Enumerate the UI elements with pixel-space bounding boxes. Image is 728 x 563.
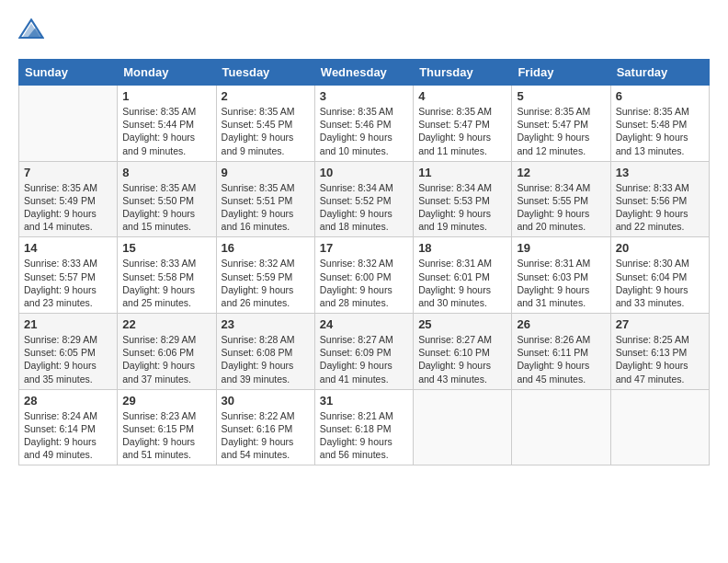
cell-info: Sunrise: 8:29 AM Sunset: 6:06 PM Dayligh… (122, 333, 210, 385)
cell-info: Sunrise: 8:28 AM Sunset: 6:08 PM Dayligh… (222, 333, 310, 385)
page-header (18, 18, 710, 44)
calendar-cell: 16Sunrise: 8:32 AM Sunset: 5:59 PM Dayli… (216, 237, 314, 314)
calendar-cell: 23Sunrise: 8:28 AM Sunset: 6:08 PM Dayli… (216, 314, 314, 390)
calendar-cell: 5Sunrise: 8:35 AM Sunset: 5:47 PM Daylig… (512, 86, 610, 162)
cell-info: Sunrise: 8:30 AM Sunset: 6:04 PM Dayligh… (616, 257, 704, 309)
day-number: 2 (222, 89, 310, 103)
cell-info: Sunrise: 8:35 AM Sunset: 5:47 PM Dayligh… (418, 105, 506, 157)
cell-info: Sunrise: 8:35 AM Sunset: 5:44 PM Dayligh… (122, 105, 210, 157)
cell-info: Sunrise: 8:25 AM Sunset: 6:13 PM Dayligh… (616, 333, 704, 385)
day-number: 29 (122, 394, 210, 408)
day-number: 20 (616, 241, 704, 255)
calendar-week-2: 7Sunrise: 8:35 AM Sunset: 5:49 PM Daylig… (19, 161, 710, 237)
calendar-cell: 17Sunrise: 8:32 AM Sunset: 6:00 PM Dayli… (314, 237, 413, 314)
day-number: 25 (418, 317, 506, 331)
day-header-tuesday: Tuesday (216, 60, 314, 86)
cell-info: Sunrise: 8:35 AM Sunset: 5:50 PM Dayligh… (122, 181, 210, 234)
calendar-cell: 20Sunrise: 8:30 AM Sunset: 6:04 PM Dayli… (610, 237, 709, 314)
cell-info: Sunrise: 8:33 AM Sunset: 5:56 PM Dayligh… (616, 181, 704, 234)
cell-info: Sunrise: 8:32 AM Sunset: 5:59 PM Dayligh… (222, 257, 310, 309)
cell-info: Sunrise: 8:27 AM Sunset: 6:10 PM Dayligh… (418, 333, 506, 385)
calendar-cell: 4Sunrise: 8:35 AM Sunset: 5:47 PM Daylig… (414, 86, 512, 162)
calendar-cell: 28Sunrise: 8:24 AM Sunset: 6:14 PM Dayli… (19, 389, 118, 465)
calendar-week-5: 28Sunrise: 8:24 AM Sunset: 6:14 PM Dayli… (19, 389, 710, 465)
cell-info: Sunrise: 8:26 AM Sunset: 6:11 PM Dayligh… (517, 333, 605, 385)
cell-info: Sunrise: 8:32 AM Sunset: 6:00 PM Dayligh… (320, 257, 408, 309)
calendar-cell: 19Sunrise: 8:31 AM Sunset: 6:03 PM Dayli… (512, 237, 610, 314)
calendar-cell: 22Sunrise: 8:29 AM Sunset: 6:06 PM Dayli… (118, 314, 216, 390)
cell-info: Sunrise: 8:33 AM Sunset: 5:57 PM Dayligh… (24, 257, 112, 309)
calendar-cell: 31Sunrise: 8:21 AM Sunset: 6:18 PM Dayli… (314, 389, 413, 465)
cell-info: Sunrise: 8:31 AM Sunset: 6:03 PM Dayligh… (517, 257, 605, 309)
day-header-sunday: Sunday (19, 60, 118, 86)
day-header-wednesday: Wednesday (314, 60, 413, 86)
cell-info: Sunrise: 8:35 AM Sunset: 5:45 PM Dayligh… (222, 105, 310, 157)
calendar-cell: 13Sunrise: 8:33 AM Sunset: 5:56 PM Dayli… (610, 161, 709, 237)
cell-info: Sunrise: 8:35 AM Sunset: 5:49 PM Dayligh… (24, 181, 112, 234)
calendar-cell: 2Sunrise: 8:35 AM Sunset: 5:45 PM Daylig… (216, 86, 314, 162)
calendar-cell: 21Sunrise: 8:29 AM Sunset: 6:05 PM Dayli… (19, 314, 118, 390)
cell-info: Sunrise: 8:35 AM Sunset: 5:46 PM Dayligh… (320, 105, 408, 157)
day-number: 5 (517, 89, 605, 103)
calendar-cell: 10Sunrise: 8:34 AM Sunset: 5:52 PM Dayli… (314, 161, 413, 237)
calendar-cell: 14Sunrise: 8:33 AM Sunset: 5:57 PM Dayli… (19, 237, 118, 314)
cell-info: Sunrise: 8:24 AM Sunset: 6:14 PM Dayligh… (24, 409, 112, 462)
calendar-cell: 3Sunrise: 8:35 AM Sunset: 5:46 PM Daylig… (314, 86, 413, 162)
cell-info: Sunrise: 8:31 AM Sunset: 6:01 PM Dayligh… (418, 257, 506, 309)
calendar-cell: 7Sunrise: 8:35 AM Sunset: 5:49 PM Daylig… (19, 161, 118, 237)
calendar-week-3: 14Sunrise: 8:33 AM Sunset: 5:57 PM Dayli… (19, 237, 710, 314)
calendar-cell: 6Sunrise: 8:35 AM Sunset: 5:48 PM Daylig… (610, 86, 709, 162)
day-number: 23 (222, 317, 310, 331)
day-number: 9 (222, 166, 310, 179)
calendar-cell: 29Sunrise: 8:23 AM Sunset: 6:15 PM Dayli… (118, 389, 216, 465)
calendar-cell: 1Sunrise: 8:35 AM Sunset: 5:44 PM Daylig… (118, 86, 216, 162)
calendar-cell: 24Sunrise: 8:27 AM Sunset: 6:09 PM Dayli… (314, 314, 413, 390)
day-number: 16 (222, 241, 310, 255)
day-number: 19 (517, 241, 605, 255)
calendar-cell: 25Sunrise: 8:27 AM Sunset: 6:10 PM Dayli… (414, 314, 512, 390)
calendar-cell (512, 389, 610, 465)
cell-info: Sunrise: 8:34 AM Sunset: 5:53 PM Dayligh… (418, 181, 506, 234)
day-number: 27 (616, 317, 704, 331)
header-row: SundayMondayTuesdayWednesdayThursdayFrid… (19, 60, 710, 86)
calendar-table: SundayMondayTuesdayWednesdayThursdayFrid… (18, 59, 710, 465)
day-number: 12 (517, 166, 605, 179)
cell-info: Sunrise: 8:22 AM Sunset: 6:16 PM Dayligh… (222, 409, 310, 462)
day-number: 22 (122, 317, 210, 331)
day-number: 7 (24, 166, 112, 179)
day-number: 15 (122, 241, 210, 255)
day-number: 8 (122, 166, 210, 179)
calendar-week-1: 1Sunrise: 8:35 AM Sunset: 5:44 PM Daylig… (19, 86, 710, 162)
day-number: 10 (320, 166, 408, 179)
calendar-cell: 26Sunrise: 8:26 AM Sunset: 6:11 PM Dayli… (512, 314, 610, 390)
day-number: 31 (320, 394, 408, 408)
calendar-cell: 12Sunrise: 8:34 AM Sunset: 5:55 PM Dayli… (512, 161, 610, 237)
day-number: 21 (24, 317, 112, 331)
cell-info: Sunrise: 8:35 AM Sunset: 5:51 PM Dayligh… (222, 181, 310, 234)
cell-info: Sunrise: 8:21 AM Sunset: 6:18 PM Dayligh… (320, 409, 408, 462)
day-number: 11 (418, 166, 506, 179)
cell-info: Sunrise: 8:23 AM Sunset: 6:15 PM Dayligh… (122, 409, 210, 462)
cell-info: Sunrise: 8:34 AM Sunset: 5:55 PM Dayligh… (517, 181, 605, 234)
cell-info: Sunrise: 8:33 AM Sunset: 5:58 PM Dayligh… (122, 257, 210, 309)
calendar-header: SundayMondayTuesdayWednesdayThursdayFrid… (19, 60, 710, 86)
logo (18, 18, 48, 44)
day-number: 30 (222, 394, 310, 408)
calendar-cell (610, 389, 709, 465)
day-number: 26 (517, 317, 605, 331)
day-number: 24 (320, 317, 408, 331)
day-header-friday: Friday (512, 60, 610, 86)
cell-info: Sunrise: 8:29 AM Sunset: 6:05 PM Dayligh… (24, 333, 112, 385)
calendar-body: 1Sunrise: 8:35 AM Sunset: 5:44 PM Daylig… (19, 86, 710, 465)
calendar-week-4: 21Sunrise: 8:29 AM Sunset: 6:05 PM Dayli… (19, 314, 710, 390)
day-number: 14 (24, 241, 112, 255)
day-header-thursday: Thursday (414, 60, 512, 86)
day-header-saturday: Saturday (610, 60, 709, 86)
logo-icon (18, 18, 44, 44)
calendar-cell: 9Sunrise: 8:35 AM Sunset: 5:51 PM Daylig… (216, 161, 314, 237)
calendar-cell: 18Sunrise: 8:31 AM Sunset: 6:01 PM Dayli… (414, 237, 512, 314)
calendar-cell: 30Sunrise: 8:22 AM Sunset: 6:16 PM Dayli… (216, 389, 314, 465)
day-number: 13 (616, 166, 704, 179)
cell-info: Sunrise: 8:35 AM Sunset: 5:47 PM Dayligh… (517, 105, 605, 157)
cell-info: Sunrise: 8:34 AM Sunset: 5:52 PM Dayligh… (320, 181, 408, 234)
